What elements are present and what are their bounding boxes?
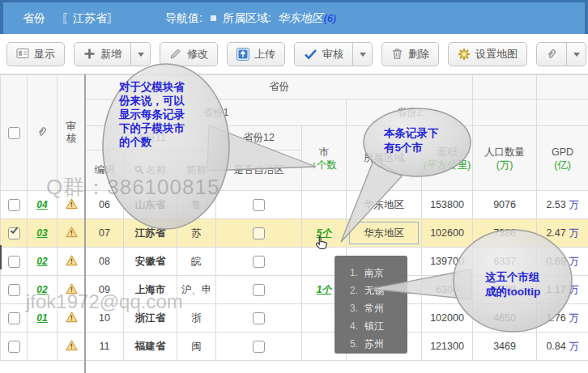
upload-icon (236, 48, 249, 61)
city-count-column-header[interactable]: 市 ↑个数 (302, 126, 347, 191)
table-row: 01 10 浙江省 浙 102000 4650 1.76 万 (1, 304, 588, 333)
autonomous-checkbox[interactable] (253, 312, 265, 324)
cell-name: 上海市 (124, 276, 177, 304)
attachment-count-link[interactable]: 01 (36, 312, 47, 324)
cell-select (1, 191, 28, 219)
cell-area: 139700 (422, 248, 473, 276)
cell-attachments: 01 (28, 304, 58, 333)
warning-icon (66, 283, 78, 295)
group-header-province12: 省份12 (216, 126, 302, 150)
cell-audit (58, 276, 86, 304)
attachment-count-link[interactable]: 02 (36, 256, 47, 267)
code-column-header[interactable]: 编码 (86, 150, 124, 191)
attachment-count-link[interactable]: 04 (36, 199, 47, 210)
autonomous-checkbox[interactable] (253, 284, 265, 296)
autonomous-checkbox[interactable] (253, 341, 265, 353)
chevron-down-icon (360, 53, 366, 60)
upload-button[interactable]: 上传 (227, 42, 285, 66)
paperclip-icon (36, 126, 48, 138)
autonomous-checkbox[interactable] (253, 227, 265, 239)
cell-region: 华东地区 (347, 191, 422, 219)
cell-gpd: 0.84 万 (537, 333, 588, 361)
nav-record-count[interactable]: (6) (324, 13, 336, 24)
plus-icon (83, 48, 96, 60)
audit-button[interactable]: 审核 (294, 42, 353, 66)
gpd-column-header[interactable]: GPD (亿) (537, 126, 588, 191)
header-spacer (537, 75, 588, 100)
attachment-dropdown-arrow[interactable] (567, 42, 586, 66)
row-checkbox[interactable] (8, 256, 20, 268)
set-map-button[interactable]: 设置地图 (448, 42, 527, 66)
attachment-count-link[interactable]: 02 (36, 284, 47, 295)
cell-autonomous (216, 276, 302, 304)
trash-icon (391, 48, 403, 60)
province-datagrid: 审核 省份 省份1 省份2 省份11 省份12 市 ↑个数 所属区域 面积 (平… (0, 74, 588, 361)
warning-icon (66, 312, 78, 323)
table-row-selected: 03 07 江苏省 苏 5个 华东地区 102600 7386 2.47 万 (1, 219, 588, 248)
city-list-tooltip: 1.南京 2.无锡 3.常州 4.镇江 5.苏州 (334, 256, 407, 354)
cell-region-focused: 华东地区 (347, 219, 422, 248)
cell-audit (58, 219, 86, 248)
cell-code: 10 (86, 304, 124, 333)
audit-column-header[interactable]: 审核 (58, 75, 86, 191)
show-button[interactable]: 显示 (6, 42, 65, 66)
cell-autonomous (216, 191, 302, 219)
cell-name: 山东省 (124, 191, 177, 219)
area-column-header[interactable]: 面积 (平方公里) (422, 126, 473, 191)
autonomous-checkbox[interactable] (253, 256, 265, 268)
check-icon (304, 49, 317, 60)
cell-area: 6300 (422, 276, 473, 304)
attachment-column-header[interactable] (28, 75, 58, 191)
cell-abbr: 闽 (177, 333, 216, 361)
group-header-province11: 省份11 (86, 126, 216, 150)
tooltip-city-item: 2.无锡 (345, 282, 407, 299)
population-column-header[interactable]: 人口数量 (万) (473, 126, 537, 191)
grid-toolbar: 显示 新增 修改 上传 审核 删除 (0, 34, 588, 74)
cell-population: 6337 (473, 248, 537, 276)
add-button[interactable]: 新增 (74, 42, 131, 66)
edit-button[interactable]: 修改 (160, 42, 218, 66)
row-checkbox[interactable] (8, 341, 20, 353)
attachment-count-link[interactable]: 03 (36, 227, 47, 239)
cell-audit (58, 333, 86, 361)
cell-abbr: 沪、申 (177, 276, 216, 304)
nav-field-value[interactable]: 华东地区 (278, 11, 323, 26)
frozen-column-divider (84, 74, 86, 373)
row-checkbox[interactable] (8, 284, 20, 296)
panel-titlebar: 省份 〖江苏省〗 导航值: 所属区域: 华东地区 (6) (0, 0, 588, 34)
autonomous-checkbox[interactable] (253, 199, 265, 211)
focused-cell-border[interactable]: 华东地区 (349, 222, 419, 244)
chevron-down-icon (573, 53, 580, 60)
abbr-column-header[interactable]: 简称 (177, 150, 216, 191)
header-spacer (473, 75, 537, 100)
cell-abbr: 皖 (177, 248, 216, 276)
hand-cursor-icon (314, 235, 330, 251)
cell-code: 08 (86, 248, 124, 276)
add-split-button: 新增 (74, 42, 151, 66)
attachment-button[interactable] (536, 42, 567, 66)
province-module-window: 省份 〖江苏省〗 导航值: 所属区域: 华东地区 (6) 显示 新增 修改 上传 (0, 0, 588, 373)
row-checkbox[interactable] (8, 312, 20, 324)
city-count-link[interactable]: 1个 (317, 284, 332, 295)
region-column-header[interactable]: 所属区域 (347, 126, 422, 191)
name-column-header[interactable]: 名称 (124, 150, 177, 191)
row-checkbox[interactable] (8, 199, 20, 211)
add-dropdown-arrow[interactable] (131, 42, 151, 66)
cell-autonomous (216, 219, 302, 248)
cell-population: 4650 (473, 304, 537, 333)
select-all-header (1, 75, 28, 191)
autonomous-column-header[interactable]: 是否自治区 (216, 150, 302, 191)
cell-gpd: 1.76 万 (537, 304, 588, 333)
cell-gpd: 2.53 万 (537, 191, 588, 219)
cell-select (1, 248, 28, 276)
select-all-checkbox[interactable] (8, 127, 20, 139)
row-checkbox-checked[interactable] (8, 227, 20, 239)
cell-gpd: 1.17 万 (537, 276, 588, 304)
cell-population: 9076 (473, 191, 537, 219)
audit-dropdown-arrow[interactable] (353, 42, 373, 66)
cell-population: 3469 (473, 333, 537, 361)
cell-gpd: 0.69 万 (537, 248, 588, 276)
cell-name: 浙江省 (124, 304, 177, 333)
group-header-province: 省份 (86, 75, 473, 100)
delete-button[interactable]: 删除 (381, 42, 439, 66)
